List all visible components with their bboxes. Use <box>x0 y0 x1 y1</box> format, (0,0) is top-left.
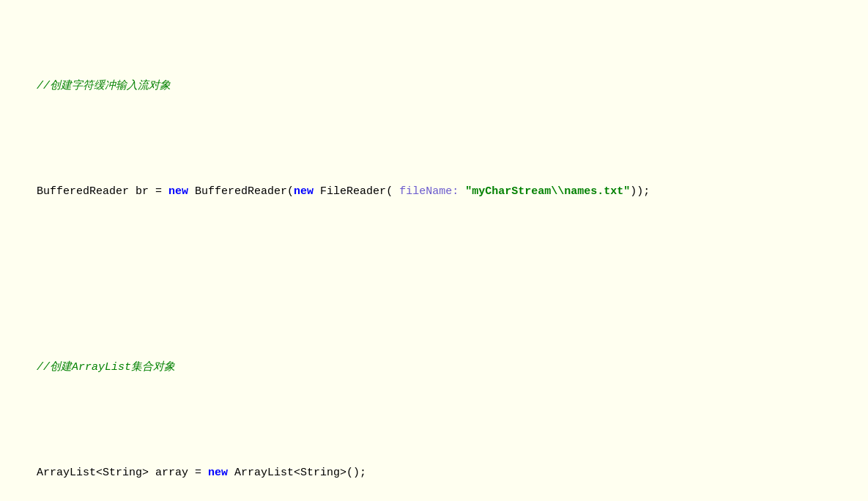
code-editor: //创建字符缓冲输入流对象 BufferedReader br = new Bu… <box>10 7 858 501</box>
line-bufferedreader: BufferedReader br = new BufferedReader(n… <box>10 166 858 218</box>
line-comment-1: //创建字符缓冲输入流对象 <box>10 60 858 113</box>
keyword-new3: new <box>208 467 228 479</box>
code-normal: )); <box>630 185 650 198</box>
string-filename: "myCharStream\\names.txt" <box>465 185 630 198</box>
keyword-new: new <box>168 185 188 198</box>
line-arraylist: ArrayList<String> array = new ArrayList<… <box>10 447 858 500</box>
line-empty-1 <box>10 271 858 289</box>
code-normal: BufferedReader( <box>188 185 294 198</box>
code-normal: ArrayList<String> array = <box>37 467 208 479</box>
code-normal: ArrayList<String>(); <box>228 467 366 479</box>
code-normal <box>459 185 465 198</box>
comment-text: //创建ArrayList集合对象 <box>37 361 175 374</box>
code-normal: BufferedReader br = <box>37 185 168 198</box>
comment-text: //创建字符缓冲输入流对象 <box>37 80 171 92</box>
keyword-new2: new <box>294 185 314 198</box>
param-filename: fileName: <box>399 185 459 198</box>
code-normal: FileReader( <box>314 185 399 198</box>
line-comment-2: //创建ArrayList集合对象 <box>10 341 858 394</box>
